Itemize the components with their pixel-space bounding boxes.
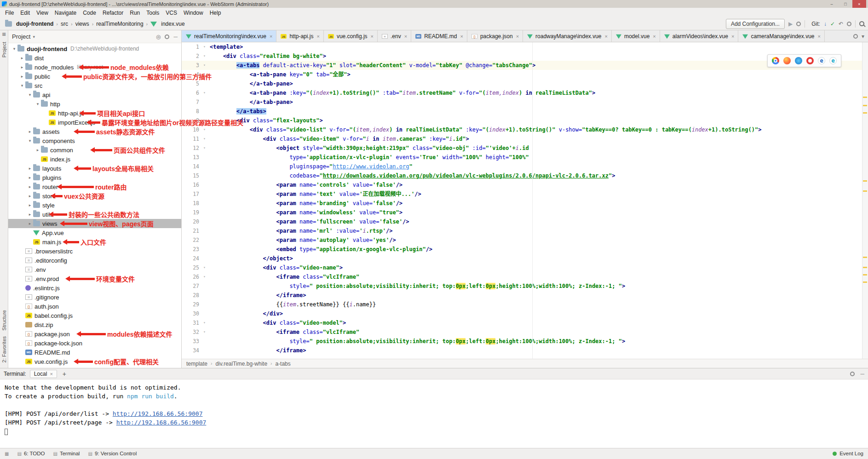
- line-number[interactable]: 32: [182, 327, 201, 337]
- close-icon[interactable]: ×: [731, 34, 734, 39]
- breadcrumb-src[interactable]: src: [59, 21, 69, 27]
- twisty-icon[interactable]: ▾: [19, 83, 25, 88]
- fold-icon[interactable]: ▾: [201, 318, 208, 327]
- menu-code[interactable]: Code: [80, 9, 99, 17]
- ie-browser-icon[interactable]: e: [818, 57, 825, 64]
- minimize-button[interactable]: –: [825, 0, 839, 8]
- twisty-icon[interactable]: ▸: [27, 221, 33, 226]
- tree-item-dist[interactable]: ▸dist: [8, 53, 181, 63]
- line-number[interactable]: 8: [182, 107, 201, 116]
- close-icon[interactable]: ×: [460, 34, 463, 39]
- twisty-icon[interactable]: ▸: [27, 175, 33, 180]
- tree-item-importExcel.js[interactable]: importExcel.js: [8, 118, 181, 127]
- line-number[interactable]: 2: [182, 52, 201, 61]
- tree-item-.env[interactable]: .env: [8, 265, 181, 274]
- tree-item-README.md[interactable]: README.md: [8, 348, 181, 357]
- close-icon[interactable]: ×: [817, 34, 820, 39]
- fold-icon[interactable]: ▾: [201, 125, 208, 134]
- git-update-icon[interactable]: ↓: [824, 21, 827, 27]
- twisty-icon[interactable]: ▸: [19, 74, 25, 79]
- line-number[interactable]: 25: [182, 263, 201, 272]
- locate-file-icon[interactable]: ◎: [156, 34, 161, 40]
- line-number[interactable]: 24: [182, 254, 201, 263]
- tree-item-babel.config.js[interactable]: babel.config.js: [8, 311, 181, 320]
- fold-icon[interactable]: ▾: [201, 327, 208, 337]
- statusbar-versioncontrol[interactable]: ▤9: Version Control: [88, 451, 137, 456]
- breadcrumb-realTimeMonitoring[interactable]: realTimeMonitoring: [95, 21, 144, 27]
- tree-item-.browserslistrc[interactable]: .browserslistrc: [8, 247, 181, 256]
- tree-item-http-api.js[interactable]: http-api.js: [8, 109, 181, 118]
- menu-edit[interactable]: Edit: [17, 9, 33, 17]
- twisty-icon[interactable]: ▸: [27, 203, 33, 207]
- breadcrumb-views[interactable]: views: [74, 21, 91, 27]
- git-history-icon[interactable]: [847, 22, 851, 26]
- hide-panel-icon[interactable]: ─: [173, 34, 178, 40]
- debug-icon[interactable]: [796, 22, 801, 26]
- line-number[interactable]: 22: [182, 235, 201, 245]
- editor-tab-http-api.js[interactable]: http-api.js×: [276, 30, 323, 42]
- line-number[interactable]: 27: [182, 281, 201, 291]
- event-log-button[interactable]: Event Log: [839, 451, 863, 456]
- project-panel-title[interactable]: Project: [12, 33, 30, 40]
- tree-item-package.json[interactable]: package.json: [8, 329, 181, 339]
- tree-item-src[interactable]: ▾src: [8, 81, 181, 90]
- line-number[interactable]: 18: [182, 199, 201, 208]
- close-icon[interactable]: ×: [316, 34, 319, 39]
- maximize-button[interactable]: □: [839, 0, 852, 8]
- editor-breadcrumb-a-tabs[interactable]: a-tabs: [275, 361, 290, 367]
- tree-item-assets[interactable]: ▸assets: [8, 127, 181, 136]
- terminal-link[interactable]: http://192.168.66.56:9007: [116, 419, 207, 426]
- twisty-icon[interactable]: ▸: [27, 212, 33, 217]
- add-configuration-button[interactable]: Add Configuration...: [726, 19, 785, 29]
- tree-item-views[interactable]: ▸views: [8, 219, 181, 228]
- menu-vcs[interactable]: VCS: [162, 9, 180, 17]
- fold-icon[interactable]: ▾: [201, 116, 208, 125]
- tree-item-package-lock.json[interactable]: package-lock.json: [8, 339, 181, 348]
- line-number[interactable]: 1: [182, 42, 201, 52]
- line-number[interactable]: 13: [182, 153, 201, 162]
- tree-item-App.vue[interactable]: App.vue: [8, 228, 181, 237]
- tree-item-.env.prod[interactable]: .env.prod: [8, 274, 181, 283]
- menu-view[interactable]: View: [33, 9, 52, 17]
- breadcrumb-duoji-frontend[interactable]: duoji-frontend: [4, 21, 55, 27]
- menu-refactor[interactable]: Refactor: [99, 9, 126, 17]
- tree-item-style[interactable]: ▸style: [8, 201, 181, 210]
- close-icon[interactable]: ×: [50, 371, 52, 377]
- code-editor[interactable]: 1▾<template>2▾ <div class="realTime bg-w…: [182, 42, 868, 359]
- fold-icon[interactable]: ▾: [201, 52, 208, 61]
- tree-item-.eslintrc.js[interactable]: .eslintrc.js: [8, 283, 181, 293]
- line-number[interactable]: 31: [182, 318, 201, 327]
- editor-breadcrumb-div.realTime.bg-white[interactable]: div.realTime.bg-white: [215, 361, 267, 367]
- menu-window[interactable]: Window: [180, 9, 207, 17]
- grid-icon[interactable]: ▦: [5, 451, 9, 456]
- twisty-icon[interactable]: ▸: [27, 129, 33, 134]
- line-number[interactable]: 30: [182, 309, 201, 318]
- tool-button-structure[interactable]: Structure: [1, 310, 7, 331]
- line-number[interactable]: 17: [182, 189, 201, 199]
- editor-tab-vue.config.js[interactable]: vue.config.js×: [324, 30, 378, 42]
- fold-icon[interactable]: ▾: [201, 70, 208, 79]
- tree-item-store[interactable]: ▸store: [8, 191, 181, 201]
- line-number[interactable]: 26: [182, 272, 201, 281]
- line-number[interactable]: 34: [182, 346, 201, 355]
- chevron-down-icon[interactable]: ▾: [862, 33, 864, 40]
- tree-item-components[interactable]: ▾components: [8, 136, 181, 145]
- close-icon[interactable]: ×: [516, 34, 519, 39]
- twisty-icon[interactable]: ▾: [34, 102, 41, 106]
- run-icon[interactable]: ▶: [788, 21, 793, 27]
- project-tree[interactable]: ▾duoji-frontendD:\zheheWeb\duoji-fronten…: [8, 43, 181, 368]
- editor-tab-roadwayManage-index.vue[interactable]: roadwayManage\index.vue×: [523, 30, 612, 42]
- twisty-icon[interactable]: ▸: [19, 56, 25, 60]
- chrome-browser-icon[interactable]: [772, 57, 779, 64]
- tree-item-index.js[interactable]: index.js: [8, 155, 181, 164]
- line-number[interactable]: 28: [182, 291, 201, 300]
- editor-tab-.env[interactable]: .env×: [378, 30, 411, 42]
- close-icon[interactable]: ×: [371, 34, 374, 39]
- tree-item-dist.zip[interactable]: dist.zip: [8, 320, 181, 329]
- tree-item-router[interactable]: ▸router: [8, 182, 181, 191]
- editor-tab-package.json[interactable]: package.json×: [467, 30, 523, 42]
- safari-browser-icon[interactable]: [795, 57, 802, 64]
- twisty-icon[interactable]: ▾: [27, 92, 33, 97]
- editor-tab-cameraManage-index.vue[interactable]: cameraManage\index.vue×: [738, 30, 825, 42]
- settings-gear-icon[interactable]: [165, 34, 169, 39]
